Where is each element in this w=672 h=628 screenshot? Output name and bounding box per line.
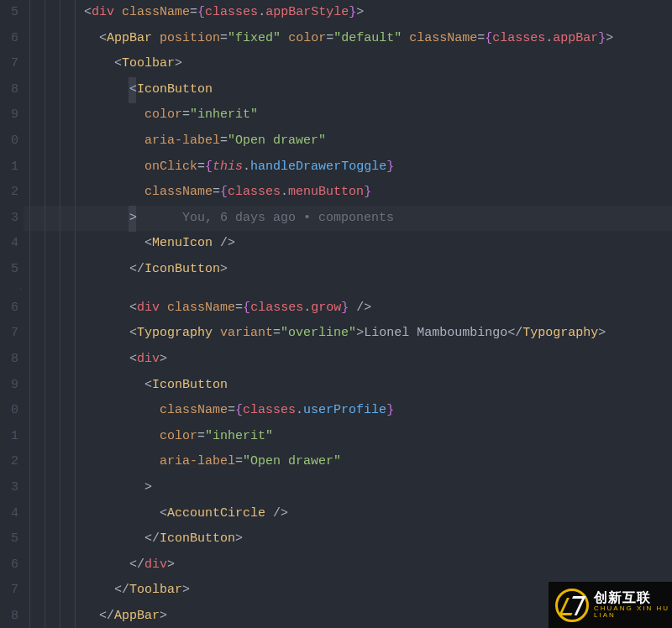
line-number: 8 [0, 77, 24, 103]
code-line[interactable]: <div> [24, 347, 672, 373]
code-line[interactable]: className={classes.userProfile} [24, 398, 672, 424]
line-number: 5 [0, 526, 24, 552]
watermark-badge: 创新互联 CHUANG XIN HU LIAN [549, 582, 672, 628]
line-number: 9 [0, 373, 24, 399]
code-editor[interactable]: 5 6 7 8 9 0 1 2 3 4 5 · 6 7 8 9 0 1 2 3 … [0, 0, 672, 628]
fold-marker: · [0, 283, 24, 296]
line-number: 7 [0, 51, 24, 77]
line-number: 2 [0, 180, 24, 206]
code-line[interactable]: color="inherit" [24, 424, 672, 450]
code-line[interactable]: aria-label="Open drawer" [24, 449, 672, 475]
line-number: 3 [0, 475, 24, 501]
code-line[interactable]: <IconButton [24, 373, 672, 399]
line-number: 0 [0, 398, 24, 424]
code-line[interactable]: > You, 6 days ago • components [24, 206, 672, 232]
watermark-subtitle: CHUANG XIN HU LIAN [594, 605, 672, 620]
watermark-logo-icon [555, 589, 589, 622]
line-number: 1 [0, 154, 24, 181]
code-line[interactable]: aria-label="Open drawer" [24, 128, 672, 154]
code-line[interactable]: <AppBar position="fixed" color="default"… [24, 26, 672, 52]
code-line[interactable]: <AccountCircle /> [24, 501, 672, 527]
line-number: 0 [0, 128, 24, 154]
line-number: 2 [0, 449, 24, 475]
code-line[interactable]: <MenuIcon /> [24, 231, 672, 257]
code-line[interactable]: color="inherit" [24, 102, 672, 128]
code-line[interactable]: <IconButton [24, 77, 672, 103]
code-line[interactable]: </IconButton> [24, 526, 672, 552]
line-number: 6 [0, 296, 24, 322]
line-number: 7 [0, 578, 24, 604]
code-line[interactable]: <div className={classes.appBarStyle}> [24, 0, 672, 26]
code-line[interactable]: </IconButton> [24, 257, 672, 283]
line-number: 4 [0, 501, 24, 527]
line-number: 6 [0, 552, 24, 578]
code-line[interactable]: </div> [24, 552, 672, 578]
code-line[interactable]: > [24, 475, 672, 501]
line-number: 5 [0, 257, 24, 283]
line-number: 6 [0, 26, 24, 52]
line-number: 1 [0, 424, 24, 450]
code-line[interactable]: <div className={classes.grow} /> [24, 296, 672, 322]
line-number: 5 [0, 0, 24, 26]
line-number: 8 [0, 347, 24, 373]
line-number-gutter: 5 6 7 8 9 0 1 2 3 4 5 · 6 7 8 9 0 1 2 3 … [0, 0, 24, 628]
line-number: 9 [0, 102, 24, 128]
watermark-title: 创新互联 [594, 590, 672, 605]
code-line[interactable]: className={classes.menuButton} [24, 180, 672, 206]
code-area[interactable]: <div className={classes.appBarStyle}> <A… [24, 0, 672, 628]
git-blame-lens: You, 6 days ago • components [182, 211, 394, 225]
line-number: 3 [0, 206, 24, 232]
line-number: 4 [0, 231, 24, 257]
code-line-folded [24, 283, 672, 296]
line-number: 8 [0, 604, 24, 628]
code-line[interactable]: <Toolbar> [24, 51, 672, 77]
code-line[interactable]: <Typography variant="overline">Lionel Ma… [24, 321, 672, 347]
line-number: 7 [0, 321, 24, 347]
code-line[interactable]: onClick={this.handleDrawerToggle} [24, 154, 672, 181]
